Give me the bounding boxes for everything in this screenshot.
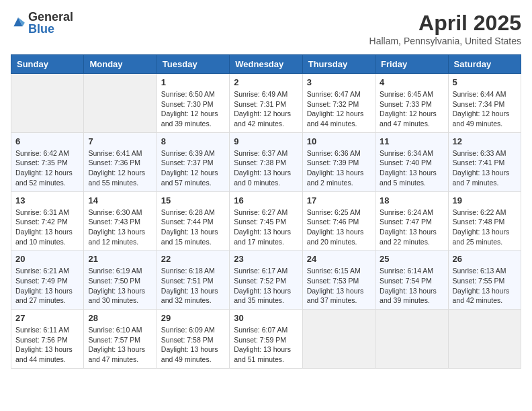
day-number: 23 (234, 254, 298, 264)
day-number: 27 (15, 313, 79, 323)
calendar-cell: 7Sunrise: 6:41 AM Sunset: 7:36 PM Daylig… (84, 132, 157, 191)
day-number: 14 (88, 195, 152, 205)
day-info: Sunrise: 6:44 AM Sunset: 7:34 PM Dayligh… (453, 89, 517, 129)
day-number: 28 (88, 313, 152, 323)
calendar-cell: 15Sunrise: 6:28 AM Sunset: 7:44 PM Dayli… (157, 191, 229, 250)
day-number: 4 (380, 77, 443, 87)
day-info: Sunrise: 6:36 AM Sunset: 7:39 PM Dayligh… (307, 148, 371, 188)
calendar-cell: 5Sunrise: 6:44 AM Sunset: 7:34 PM Daylig… (448, 74, 521, 133)
calendar-cell: 14Sunrise: 6:30 AM Sunset: 7:43 PM Dayli… (84, 191, 157, 250)
calendar-cell: 18Sunrise: 6:24 AM Sunset: 7:47 PM Dayli… (375, 191, 448, 250)
day-info: Sunrise: 6:41 AM Sunset: 7:36 PM Dayligh… (88, 148, 152, 188)
calendar-cell: 9Sunrise: 6:37 AM Sunset: 7:38 PM Daylig… (230, 132, 302, 191)
calendar-cell: 28Sunrise: 6:10 AM Sunset: 7:57 PM Dayli… (84, 310, 157, 369)
weekday-header-monday: Monday (84, 55, 157, 74)
day-info: Sunrise: 6:24 AM Sunset: 7:47 PM Dayligh… (380, 208, 443, 247)
calendar-cell (375, 310, 448, 369)
day-number: 24 (307, 254, 371, 264)
calendar-cell: 27Sunrise: 6:11 AM Sunset: 7:56 PM Dayli… (11, 310, 84, 369)
day-info: Sunrise: 6:27 AM Sunset: 7:45 PM Dayligh… (234, 208, 298, 247)
calendar-week-2: 6Sunrise: 6:42 AM Sunset: 7:35 PM Daylig… (11, 132, 521, 191)
day-info: Sunrise: 6:45 AM Sunset: 7:33 PM Dayligh… (380, 89, 443, 129)
calendar-cell: 2Sunrise: 6:49 AM Sunset: 7:31 PM Daylig… (230, 74, 302, 133)
day-number: 25 (380, 254, 443, 264)
calendar-cell: 20Sunrise: 6:21 AM Sunset: 7:49 PM Dayli… (11, 250, 84, 310)
day-info: Sunrise: 6:33 AM Sunset: 7:41 PM Dayligh… (453, 148, 517, 188)
day-info: Sunrise: 6:47 AM Sunset: 7:32 PM Dayligh… (307, 89, 371, 129)
weekday-header-thursday: Thursday (302, 55, 375, 74)
day-number: 5 (453, 77, 517, 87)
day-info: Sunrise: 6:34 AM Sunset: 7:40 PM Dayligh… (380, 148, 443, 188)
day-number: 2 (234, 77, 298, 87)
day-info: Sunrise: 6:42 AM Sunset: 7:35 PM Dayligh… (15, 148, 79, 188)
calendar-cell: 6Sunrise: 6:42 AM Sunset: 7:35 PM Daylig… (11, 132, 84, 191)
day-info: Sunrise: 6:09 AM Sunset: 7:58 PM Dayligh… (161, 325, 225, 365)
day-info: Sunrise: 6:31 AM Sunset: 7:42 PM Dayligh… (15, 208, 79, 247)
day-number: 19 (453, 195, 517, 205)
day-number: 30 (234, 313, 298, 323)
calendar-cell: 10Sunrise: 6:36 AM Sunset: 7:39 PM Dayli… (302, 132, 375, 191)
weekday-header-saturday: Saturday (448, 55, 521, 74)
calendar-cell: 19Sunrise: 6:22 AM Sunset: 7:48 PM Dayli… (448, 191, 521, 250)
calendar-cell: 16Sunrise: 6:27 AM Sunset: 7:45 PM Dayli… (230, 191, 302, 250)
logo-general: General (28, 11, 73, 23)
calendar-cell: 22Sunrise: 6:18 AM Sunset: 7:51 PM Dayli… (157, 250, 229, 310)
day-info: Sunrise: 6:39 AM Sunset: 7:37 PM Dayligh… (161, 148, 225, 188)
calendar-cell: 24Sunrise: 6:15 AM Sunset: 7:53 PM Dayli… (302, 250, 375, 310)
calendar-cell: 1Sunrise: 6:50 AM Sunset: 7:30 PM Daylig… (157, 74, 229, 133)
calendar-week-4: 20Sunrise: 6:21 AM Sunset: 7:49 PM Dayli… (11, 250, 521, 310)
calendar-week-3: 13Sunrise: 6:31 AM Sunset: 7:42 PM Dayli… (11, 191, 521, 250)
logo-blue: Blue (28, 23, 73, 35)
day-info: Sunrise: 6:14 AM Sunset: 7:54 PM Dayligh… (380, 266, 443, 306)
calendar-cell (84, 74, 157, 133)
calendar-title: April 2025 (369, 11, 521, 36)
day-info: Sunrise: 6:22 AM Sunset: 7:48 PM Dayligh… (453, 208, 517, 247)
calendar-cell: 13Sunrise: 6:31 AM Sunset: 7:42 PM Dayli… (11, 191, 84, 250)
calendar-cell: 26Sunrise: 6:13 AM Sunset: 7:55 PM Dayli… (448, 250, 521, 310)
title-block: April 2025 Hallam, Pennsylvania, United … (369, 11, 521, 46)
day-info: Sunrise: 6:13 AM Sunset: 7:55 PM Dayligh… (453, 266, 517, 306)
calendar-cell: 23Sunrise: 6:17 AM Sunset: 7:52 PM Dayli… (230, 250, 302, 310)
weekday-header-friday: Friday (375, 55, 448, 74)
day-info: Sunrise: 6:17 AM Sunset: 7:52 PM Dayligh… (234, 266, 298, 306)
calendar-cell: 4Sunrise: 6:45 AM Sunset: 7:33 PM Daylig… (375, 74, 448, 133)
day-info: Sunrise: 6:19 AM Sunset: 7:50 PM Dayligh… (88, 266, 152, 306)
calendar-cell: 8Sunrise: 6:39 AM Sunset: 7:37 PM Daylig… (157, 132, 229, 191)
weekday-header-tuesday: Tuesday (157, 55, 229, 74)
calendar-cell (448, 310, 521, 369)
day-number: 29 (161, 313, 225, 323)
logo: General Blue (11, 11, 73, 35)
day-info: Sunrise: 6:10 AM Sunset: 7:57 PM Dayligh… (88, 325, 152, 365)
day-info: Sunrise: 6:07 AM Sunset: 7:59 PM Dayligh… (234, 325, 298, 365)
day-number: 7 (88, 136, 152, 146)
day-info: Sunrise: 6:25 AM Sunset: 7:46 PM Dayligh… (307, 208, 371, 247)
day-number: 26 (453, 254, 517, 264)
day-number: 16 (234, 195, 298, 205)
day-number: 9 (234, 136, 298, 146)
day-info: Sunrise: 6:11 AM Sunset: 7:56 PM Dayligh… (15, 325, 79, 365)
page-header: General Blue April 2025 Hallam, Pennsylv… (11, 11, 521, 46)
day-info: Sunrise: 6:18 AM Sunset: 7:51 PM Dayligh… (161, 266, 225, 306)
day-number: 18 (380, 195, 443, 205)
calendar-cell (302, 310, 375, 369)
calendar-subtitle: Hallam, Pennsylvania, United States (369, 36, 521, 46)
calendar-week-5: 27Sunrise: 6:11 AM Sunset: 7:56 PM Dayli… (11, 310, 521, 369)
day-number: 1 (161, 77, 225, 87)
day-number: 3 (307, 77, 371, 87)
day-number: 20 (15, 254, 79, 264)
day-info: Sunrise: 6:49 AM Sunset: 7:31 PM Dayligh… (234, 89, 298, 129)
day-number: 12 (453, 136, 517, 146)
day-number: 13 (15, 195, 79, 205)
weekday-header-wednesday: Wednesday (230, 55, 302, 74)
day-number: 22 (161, 254, 225, 264)
calendar-table: SundayMondayTuesdayWednesdayThursdayFrid… (11, 54, 521, 369)
calendar-cell: 30Sunrise: 6:07 AM Sunset: 7:59 PM Dayli… (230, 310, 302, 369)
day-number: 6 (15, 136, 79, 146)
calendar-cell: 25Sunrise: 6:14 AM Sunset: 7:54 PM Dayli… (375, 250, 448, 310)
day-number: 21 (88, 254, 152, 264)
day-number: 8 (161, 136, 225, 146)
calendar-week-1: 1Sunrise: 6:50 AM Sunset: 7:30 PM Daylig… (11, 74, 521, 133)
day-number: 17 (307, 195, 371, 205)
weekday-header-row: SundayMondayTuesdayWednesdayThursdayFrid… (11, 55, 521, 74)
day-info: Sunrise: 6:30 AM Sunset: 7:43 PM Dayligh… (88, 208, 152, 247)
